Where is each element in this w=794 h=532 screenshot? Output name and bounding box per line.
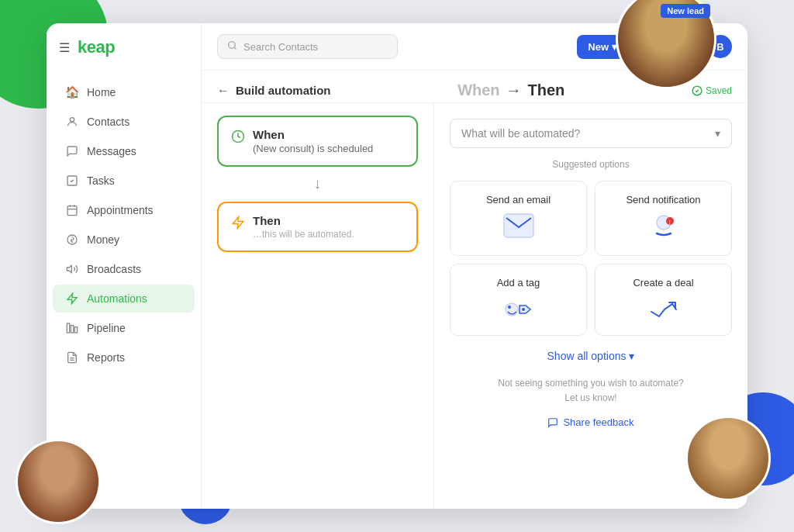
sidebar-item-contacts[interactable]: Contacts [53,108,195,136]
hamburger-icon[interactable]: ☰ [59,40,70,55]
sidebar-label-money: Money [87,233,119,246]
svg-line-15 [234,47,236,49]
sidebar-item-home[interactable]: 🏠 Home [53,78,195,106]
option-tag-label: Add a tag [497,277,540,288]
option-create-deal[interactable]: Create a deal [595,264,732,336]
sidebar-label-broadcasts: Broadcasts [87,263,141,275]
messages-icon [65,144,79,158]
pipeline-icon [65,321,79,335]
then-card-subtitle: …this will be automated. [253,229,354,240]
new-lead-badge: New lead [661,4,710,18]
svg-marker-8 [67,293,77,303]
when-label: When [457,81,499,99]
avatar-woman2 [16,439,101,524]
sidebar-label-appointments: Appointments [87,204,154,216]
email-icon [503,213,534,238]
back-arrow-icon: ← [217,84,230,98]
main-content: Search Contacts New ▾ ? 🔔 B ← Build auto… [202,23,747,509]
sidebar-label-automations: Automations [87,292,147,305]
share-feedback-button[interactable]: Share feedback [450,416,732,428]
broadcasts-icon [65,262,79,276]
svg-point-0 [70,118,74,122]
down-arrow: ↓ [217,176,418,192]
then-card-title: Then [253,214,354,227]
svg-point-14 [229,42,236,49]
sidebar-label-tasks: Tasks [87,174,115,187]
when-card-icon [231,130,245,147]
option-email-label: Send an email [486,194,551,206]
tasks-icon [65,174,79,188]
svg-point-24 [508,306,511,309]
sidebar-label-home: Home [87,86,116,98]
when-card-subtitle: (New consult) is scheduled [253,143,373,154]
then-card[interactable]: Then …this will be automated. [217,202,418,252]
back-header[interactable]: ← Build automation [217,84,331,98]
automations-icon [65,292,79,306]
flow-arrow: → [506,81,522,99]
sidebar-item-automations[interactable]: Automations [53,285,195,313]
sidebar-item-messages[interactable]: Messages [53,137,195,165]
when-card-title: When [253,128,373,141]
sidebar-label-contacts: Contacts [87,116,129,128]
svg-text:!: ! [668,219,670,225]
svg-marker-7 [67,265,71,272]
svg-rect-19 [504,214,533,237]
svg-point-25 [522,308,525,311]
option-add-tag[interactable]: Add a tag [450,264,587,336]
svg-marker-18 [233,217,243,229]
left-panel: When (New consult) is scheduled ↓ Then …… [202,103,434,509]
sidebar-label-messages: Messages [87,145,136,157]
appointments-icon [65,203,79,217]
search-box[interactable]: Search Contacts [217,34,398,59]
option-deal-label: Create a deal [633,277,693,288]
chevron-down-icon: ▾ [629,350,634,362]
sidebar-item-reports[interactable]: Reports [53,344,195,371]
sidebar-item-appointments[interactable]: Appointments [53,196,195,224]
search-placeholder: Search Contacts [243,41,318,53]
money-icon [65,233,79,247]
build-area: When (New consult) is scheduled ↓ Then …… [202,103,747,509]
sidebar-header: ☰ keap [47,23,201,71]
svg-rect-11 [74,327,77,333]
show-all-button[interactable]: Show all options ▾ [450,347,732,365]
when-then-header: When → Then [457,78,564,102]
search-icon [227,40,237,53]
home-icon: 🏠 [65,85,79,99]
sidebar-item-money[interactable]: Money [53,226,195,254]
svg-rect-10 [71,326,73,333]
chevron-down-icon: ▾ [715,127,720,140]
contacts-icon [65,115,79,129]
svg-rect-2 [67,206,77,216]
sidebar: ☰ keap 🏠 Home Contacts Messages [47,23,202,509]
logo: keap [78,37,115,57]
deal-icon [647,296,680,323]
then-card-icon [231,216,245,233]
svg-rect-9 [67,323,69,333]
when-card[interactable]: When (New consult) is scheduled [217,116,418,167]
sidebar-label-pipeline: Pipeline [87,322,126,334]
then-label: Then [528,81,565,99]
suggested-label: Suggested options [450,159,732,170]
option-send-notification[interactable]: Send notification ! [595,181,732,256]
build-title: Build automation [236,84,331,97]
sidebar-item-tasks[interactable]: Tasks [53,167,195,195]
dropdown-placeholder: What will be automated? [461,127,580,140]
saved-badge: Saved [692,85,732,96]
option-notification-label: Send notification [626,194,700,206]
feedback-icon [547,417,558,428]
feedback-text: Not seeing something you wish to automat… [450,376,732,406]
sidebar-item-broadcasts[interactable]: Broadcasts [53,255,195,283]
sidebar-label-reports: Reports [87,351,125,364]
options-grid: Send an email Send notification [450,181,732,336]
option-send-email[interactable]: Send an email [450,181,587,256]
tag-icon [502,296,535,323]
notification-icon: ! [649,213,678,243]
sidebar-item-pipeline[interactable]: Pipeline [53,314,195,342]
app-container: ☰ keap 🏠 Home Contacts Messages [47,23,747,509]
automation-dropdown[interactable]: What will be automated? ▾ [450,119,732,148]
reports-icon [65,351,79,364]
avatar-man [685,416,771,501]
